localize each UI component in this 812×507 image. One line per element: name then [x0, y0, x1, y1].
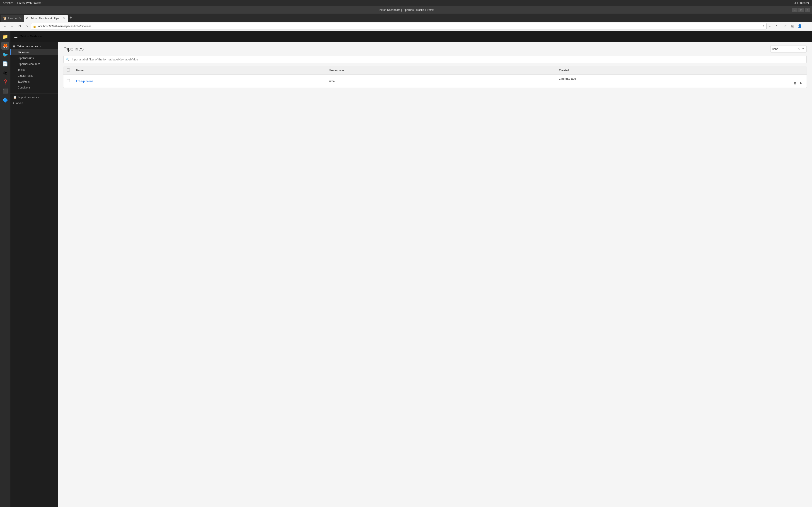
run-pipeline-button[interactable]: ▶: [799, 80, 803, 85]
page-title: Pipelines: [63, 46, 84, 52]
datetime-label: Jul 30 08:24: [795, 2, 809, 5]
home-button[interactable]: ⌂: [23, 23, 30, 30]
import-resources-label: Import resources: [18, 96, 39, 99]
browser-window: Tekton Dashboard | Pipelines - Mozilla F…: [0, 6, 812, 507]
app-title: Tekton Dashboard: [20, 35, 44, 38]
name-column-header: Name: [73, 66, 325, 75]
tab-bar: 🐮 Rancher ✕ ⚙ Tekton Dashboard | Pipe...…: [0, 13, 812, 22]
pipelines-table: Name Namespace Created: [63, 66, 807, 88]
rancher-favicon: 🐮: [3, 17, 6, 20]
secure-icon: 🔒: [33, 25, 36, 28]
section-collapse-icon: [40, 45, 42, 48]
reload-button[interactable]: ↻: [16, 23, 23, 30]
tekton-resources-header[interactable]: ⊞ Tekton resources: [10, 44, 58, 49]
namespace-clear-button[interactable]: ✕: [797, 47, 800, 51]
tekton-favicon: ⚙: [26, 17, 29, 20]
taskbar-icon-store[interactable]: 🛍: [1, 69, 9, 77]
label-filter-input[interactable]: [63, 55, 807, 63]
page-header: Pipelines lizhe ✕ ▼: [58, 42, 812, 55]
about-label: About: [16, 102, 23, 105]
pipeline-namespace-cell: lizhe: [325, 75, 556, 88]
import-resources-icon: 📋: [13, 96, 16, 99]
row-checkbox[interactable]: [67, 79, 70, 82]
app-header: ☰ Tekton Dashboard: [10, 31, 812, 42]
taskbar-icon-firefox[interactable]: 🦊: [1, 42, 9, 50]
address-bar[interactable]: 🔒 localhost:9097/#/namespaces/lizhe/pipe…: [31, 23, 767, 30]
pipelines-table-wrap: Name Namespace Created: [58, 66, 812, 507]
filter-input-wrap: 🔍: [63, 55, 807, 63]
sidebar-item-pipelineruns[interactable]: PipelineRuns: [10, 55, 58, 61]
filter-bar: 🔍: [58, 55, 812, 66]
left-nav: ⊞ Tekton resources Pipelines PipelineRun…: [10, 42, 58, 507]
taskbar-icon-thunderbird[interactable]: 🐦: [1, 51, 9, 59]
browser-content: ☰ Tekton Dashboard ⊞ Tekton resources Pi…: [10, 31, 812, 507]
delete-pipeline-button[interactable]: 🗑: [792, 80, 798, 85]
window-controls: – □ ✕: [792, 8, 810, 12]
sidebar-item-import-resources[interactable]: 📋 Import resources: [10, 94, 58, 100]
select-all-header: [63, 66, 73, 75]
sidebar-item-tasks[interactable]: Tasks: [10, 67, 58, 73]
browser-app-label[interactable]: Firefox Web Browser: [17, 2, 42, 5]
namespace-column-header: Namespace: [325, 66, 556, 75]
minimize-button[interactable]: –: [792, 8, 798, 12]
os-topbar: Activities Firefox Web Browser Jul 30 08…: [0, 0, 812, 6]
pipeline-name-link[interactable]: lizhe-pipeline: [76, 79, 93, 83]
tab-rancher-close[interactable]: ✕: [19, 16, 21, 20]
tab-tekton-label: Tekton Dashboard | Pipe...: [31, 17, 61, 20]
tab-tekton[interactable]: ⚙ Tekton Dashboard | Pipe... ✕: [24, 15, 67, 22]
table-row: lizhe-pipeline lizhe 1 minute ago 🗑 ▶: [63, 75, 807, 88]
taskbar-icon-help[interactable]: ❓: [1, 78, 9, 86]
namespace-value: lizhe: [772, 47, 796, 51]
tekton-resources-section: ⊞ Tekton resources Pipelines PipelineRun…: [10, 42, 58, 92]
nav-bar: ← → ↻ ⌂ 🔒 localhost:9097/#/namespaces/li…: [0, 22, 812, 31]
bookmark-star-icon[interactable]: ☆: [762, 25, 765, 28]
sidebar-item-pipelines[interactable]: Pipelines: [10, 49, 58, 55]
new-tab-button[interactable]: +: [68, 15, 74, 20]
tab-tekton-close[interactable]: ✕: [63, 16, 65, 20]
sidebar-item-about[interactable]: ℹ About: [10, 100, 58, 106]
forward-button[interactable]: →: [9, 23, 15, 30]
app-layout: 📁 🦊 🐦 📄 🛍 ❓ ⬛ 🔷 ☰ Tekton Dashboard: [0, 31, 812, 507]
sidebar-item-taskruns[interactable]: TaskRuns: [10, 79, 58, 84]
close-button[interactable]: ✕: [805, 8, 810, 12]
tab-rancher[interactable]: 🐮 Rancher ✕: [1, 15, 24, 22]
back-button[interactable]: ←: [2, 23, 8, 30]
nav-extras: ⋯ 🛡 ☆ ⊞ 👤 ☰: [768, 23, 810, 30]
sidebar-item-clustertasks[interactable]: ClusterTasks: [10, 73, 58, 79]
taskbar-icon-terminal[interactable]: ⬛: [1, 87, 9, 95]
tekton-resources-icon: ⊞: [13, 45, 15, 48]
browser-titlebar: Tekton Dashboard | Pipelines - Mozilla F…: [0, 6, 812, 13]
sidebar-item-pipelineresources[interactable]: PipelineResources: [10, 61, 58, 67]
select-all-checkbox[interactable]: [67, 68, 70, 71]
main-area: ⊞ Tekton resources Pipelines PipelineRun…: [10, 42, 812, 507]
synced-tabs-button[interactable]: ⊞: [789, 23, 796, 30]
sidebar-item-conditions[interactable]: Conditions: [10, 84, 58, 91]
row-checkbox-cell: [63, 75, 73, 88]
row-actions: 🗑 ▶: [559, 80, 803, 85]
shield-icon[interactable]: 🛡: [775, 23, 781, 30]
bookmark-button[interactable]: ☆: [782, 23, 789, 30]
maximize-button[interactable]: □: [798, 8, 804, 12]
menu-button[interactable]: ☰: [804, 23, 810, 30]
extensions-button[interactable]: ⋯: [768, 23, 774, 30]
hamburger-button[interactable]: ☰: [14, 34, 18, 39]
namespace-selector[interactable]: lizhe ✕ ▼: [770, 45, 807, 53]
window-title: Tekton Dashboard | Pipelines - Mozilla F…: [378, 8, 434, 11]
tab-rancher-label: Rancher: [8, 17, 17, 20]
activities-label[interactable]: Activities: [3, 2, 13, 5]
os-taskbar: 📁 🦊 🐦 📄 🛍 ❓ ⬛ 🔷: [0, 31, 10, 507]
os-topbar-right: Jul 30 08:24: [795, 2, 809, 5]
os-topbar-left: Activities Firefox Web Browser: [3, 2, 42, 5]
url-text: localhost:9097/#/namespaces/lizhe/pipeli…: [38, 25, 761, 28]
page-content: Pipelines lizhe ✕ ▼ 🔍: [58, 42, 812, 507]
tekton-resources-label: Tekton resources: [17, 45, 38, 48]
taskbar-icon-files[interactable]: 📁: [1, 33, 9, 41]
pipeline-created-cell: 1 minute ago 🗑 ▶: [556, 75, 807, 88]
filter-search-icon: 🔍: [66, 57, 69, 61]
about-icon: ℹ: [13, 102, 14, 105]
pipeline-name-cell: lizhe-pipeline: [73, 75, 325, 88]
taskbar-icon-vscode[interactable]: 🔷: [1, 96, 9, 104]
taskbar-icon-writer[interactable]: 📄: [1, 60, 9, 68]
namespace-chevron-icon[interactable]: ▼: [802, 47, 805, 51]
container-button[interactable]: 👤: [797, 23, 803, 30]
